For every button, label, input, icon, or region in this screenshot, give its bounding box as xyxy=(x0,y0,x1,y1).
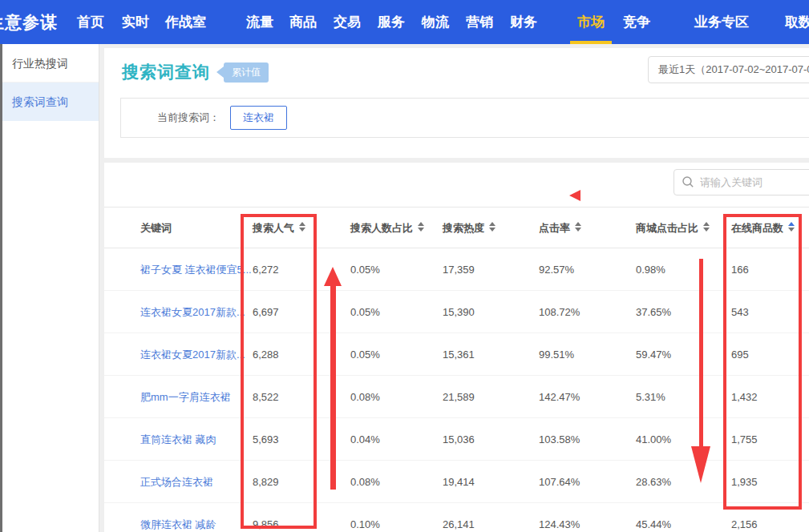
sort-icon[interactable] xyxy=(418,222,424,232)
keyword-link[interactable]: 正式场合连衣裙 xyxy=(140,461,213,503)
keyword-search-box xyxy=(673,169,809,195)
sidebar-item-search-word-query[interactable]: 搜索词查询 xyxy=(0,83,99,121)
app-logo[interactable]: 生意参谋 xyxy=(0,11,58,34)
cell-click-rate: 108.72% xyxy=(539,291,580,333)
nav-item-home[interactable]: 首页 xyxy=(77,0,104,44)
page: 生意参谋 首页 实时 作战室 流量 商品 交易 服务 物流 营销 财务 市场 竞… xyxy=(0,0,809,532)
keyword-link[interactable]: 裙子女夏 连衣裙便宜5... xyxy=(140,248,252,291)
cell-search-heat: 15,036 xyxy=(443,418,475,461)
search-icon xyxy=(682,175,694,191)
page-title: 搜索词查询 xyxy=(122,61,210,83)
sidebar-item-industry-hot-words[interactable]: 行业热搜词 xyxy=(0,44,99,83)
sort-icon[interactable] xyxy=(703,222,710,232)
cell-mall-click-ratio: 37.65% xyxy=(636,291,671,333)
nav-item-business-zone[interactable]: 业务专区 xyxy=(694,0,749,44)
cell-click-rate: 103.58% xyxy=(539,418,580,461)
cell-search-heat: 26,141 xyxy=(443,503,475,532)
table-header-row: 关键词 搜索人气 搜索人数占比 搜索热度 点击率 商城点击占比 在线商品数 xyxy=(104,207,809,248)
table-row: 微胖连衣裙 减龄 9,856 0.10% 26,141 124.43% 45.4… xyxy=(104,503,809,532)
top-nav: 生意参谋 首页 实时 作战室 流量 商品 交易 服务 物流 营销 财务 市场 竞… xyxy=(0,0,809,44)
annotation-left-triangle-icon xyxy=(569,190,580,201)
keyword-link[interactable]: 连衣裙女夏2017新款... xyxy=(140,333,245,376)
current-keyword-chip[interactable]: 连衣裙 xyxy=(230,106,287,130)
cell-search-heat: 19,414 xyxy=(443,461,475,503)
nav-item-goods[interactable]: 商品 xyxy=(289,0,317,44)
cell-mall-click-ratio: 5.31% xyxy=(636,376,665,418)
cell-mall-click-ratio: 0.98% xyxy=(636,248,665,291)
cumulative-badge: 累计值 xyxy=(216,62,269,83)
nav-item-traffic[interactable]: 流量 xyxy=(246,0,273,44)
column-header-searcher-ratio[interactable]: 搜索人数占比 xyxy=(350,208,424,249)
column-header-mall-click-ratio[interactable]: 商城点击占比 xyxy=(636,208,710,249)
sort-icon[interactable] xyxy=(575,222,581,232)
cell-search-heat: 15,390 xyxy=(443,291,475,333)
cell-click-rate: 142.47% xyxy=(539,376,580,418)
sort-icon[interactable] xyxy=(489,222,496,232)
badge-arrow-left-icon xyxy=(216,66,224,78)
page-header-card: 搜索词查询 累计值 最近1天（2017-07-02~2017-07-02 当前搜… xyxy=(104,48,809,158)
cell-click-rate: 107.64% xyxy=(539,461,580,503)
left-edge-strip xyxy=(0,44,2,532)
nav-item-service[interactable]: 服务 xyxy=(378,0,405,44)
nav-item-war-room[interactable]: 作战室 xyxy=(165,0,206,44)
nav-item-logistics[interactable]: 物流 xyxy=(422,0,449,44)
cell-click-rate: 92.57% xyxy=(539,248,574,291)
cell-mall-click-ratio: 59.47% xyxy=(636,333,671,376)
nav-item-finance[interactable]: 财务 xyxy=(510,0,537,44)
nav-item-competition[interactable]: 竞争 xyxy=(623,0,650,44)
keyword-link[interactable]: 微胖连衣裙 减龄 xyxy=(140,503,216,532)
keyword-link[interactable]: 肥mm一字肩连衣裙 xyxy=(140,376,231,418)
annotation-arrow-down-icon xyxy=(691,259,710,483)
cell-searcher-ratio: 0.08% xyxy=(350,376,380,418)
cell-searcher-ratio: 0.10% xyxy=(350,503,380,532)
cell-searcher-ratio: 0.05% xyxy=(350,291,380,333)
current-search-word-label: 当前搜索词： xyxy=(157,111,220,125)
cell-search-heat: 21,589 xyxy=(443,376,475,418)
annotation-rect-online-products xyxy=(723,214,802,510)
cell-mall-click-ratio: 41.00% xyxy=(636,418,671,461)
cell-search-heat: 15,361 xyxy=(443,333,475,376)
column-header-search-heat[interactable]: 搜索热度 xyxy=(443,208,496,249)
nav-item-data-fetch[interactable]: 取数 xyxy=(785,0,809,44)
column-header-click-rate[interactable]: 点击率 xyxy=(539,208,581,249)
cell-searcher-ratio: 0.04% xyxy=(350,418,380,461)
column-header-keyword: 关键词 xyxy=(140,208,172,249)
current-search-word-box: 当前搜索词： 连衣裙 xyxy=(120,98,809,138)
cell-click-rate: 124.43% xyxy=(539,503,580,532)
cell-search-heat: 17,359 xyxy=(443,248,475,291)
cell-mall-click-ratio: 45.44% xyxy=(636,503,671,532)
cell-searcher-ratio: 0.05% xyxy=(350,248,380,291)
annotation-arrow-up-icon xyxy=(324,267,342,490)
keyword-link[interactable]: 直筒连衣裙 藏肉 xyxy=(140,418,216,461)
keyword-link[interactable]: 连衣裙女夏2017新款... xyxy=(140,291,245,333)
nav-item-market[interactable]: 市场 xyxy=(577,0,605,44)
cell-mall-click-ratio: 28.63% xyxy=(636,461,671,503)
cell-click-rate: 99.51% xyxy=(539,333,574,376)
sidebar: 行业热搜词 搜索词查询 xyxy=(0,44,99,532)
nav-item-marketing[interactable]: 营销 xyxy=(466,0,493,44)
cell-searcher-ratio: 0.05% xyxy=(350,333,380,376)
badge-label: 累计值 xyxy=(224,62,269,83)
annotation-rect-search-popularity xyxy=(241,214,317,529)
nav-item-realtime[interactable]: 实时 xyxy=(122,0,149,44)
cell-searcher-ratio: 0.08% xyxy=(350,461,380,503)
nav-item-trade[interactable]: 交易 xyxy=(334,0,361,44)
date-range-picker[interactable]: 最近1天（2017-07-02~2017-07-02 xyxy=(648,56,809,83)
